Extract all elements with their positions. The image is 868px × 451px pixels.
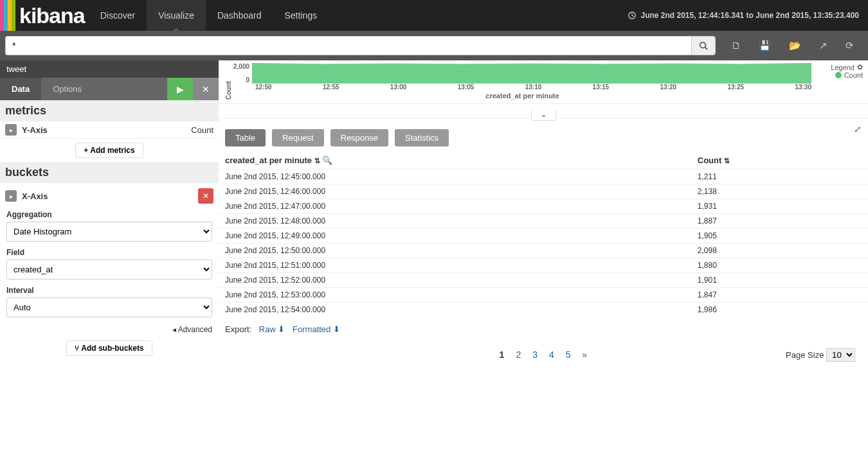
xaxis-label: X-Axis [22,191,198,201]
page-»[interactable]: » [583,349,588,360]
cell-count: 1,847 [691,288,868,303]
x-tick: 13:20 [660,84,677,91]
cell-count: 2,138 [691,184,868,199]
add-sub-buckets-button[interactable]: ⑂ Add sub-buckets [66,340,152,356]
share-icon[interactable]: ↗ [819,40,827,51]
cell-count: 1,905 [691,229,868,243]
table-row: June 2nd 2015, 12:54:00.0001,986 [219,303,868,317]
table-row: June 2nd 2015, 12:48:00.0001,887 [219,214,868,229]
time-range-picker[interactable]: June 2nd 2015, 12:44:16.341 to June 2nd … [619,0,868,31]
cell-time: June 2nd 2015, 12:49:00.000 [219,229,691,243]
x-tick: 13:15 [593,84,610,91]
export-formatted-link[interactable]: Formatted ⬇ [293,324,340,334]
query-group [5,36,716,55]
yaxis-label: Y-Axis [22,125,191,135]
interval-select[interactable]: Auto [6,297,212,317]
page-size: Page Size 10 [786,348,855,362]
result-tab-table[interactable]: Table [225,129,266,146]
col-count[interactable]: Count ⇅ [691,152,868,170]
page-3[interactable]: 3 [532,349,538,360]
table-row: June 2nd 2015, 12:45:00.0001,211 [219,170,868,184]
export-row: Export: Raw ⬇ Formatted ⬇ [219,317,868,342]
page-4[interactable]: 4 [549,349,554,360]
table-row: June 2nd 2015, 12:53:00.0001,847 [219,288,868,303]
save-icon[interactable]: 💾 [759,40,771,51]
page-5[interactable]: 5 [566,349,571,360]
clock-icon [628,11,637,20]
x-tick: 13:10 [525,84,542,91]
chart-legend: Legend ✿ Count [811,63,863,100]
discard-button[interactable]: ✕ [193,78,219,100]
x-tick: 13:00 [390,84,407,91]
chart-x-title: created_at per minute [233,91,811,100]
cell-count: 1,901 [691,273,868,288]
result-tab-request[interactable]: Request [272,129,323,146]
sort-icon: ⇅ [314,157,320,164]
open-icon[interactable]: 📂 [789,40,801,51]
advanced-toggle[interactable]: ◂ Advanced [0,323,219,337]
apply-button[interactable]: ▶ [167,78,193,100]
main: tweet DataOptions ▶ ✕ metrics ▸ Y-Axis C… [0,60,868,374]
index-title: tweet [0,60,219,78]
interval-label: Interval [0,285,219,296]
table-row: June 2nd 2015, 12:49:00.0001,905 [219,229,868,243]
field-select[interactable]: created_at [6,260,212,279]
table-row: June 2nd 2015, 12:46:00.0002,138 [219,184,868,199]
result-tab-statistics[interactable]: Statistics [395,129,449,146]
nav-settings[interactable]: Settings [273,0,329,31]
y-ticks: 2,0000 [233,63,252,84]
search-button[interactable] [691,36,716,55]
logo-stripes [0,0,15,31]
data-table: created_at per minute ⇅ 🔍 Count ⇅ June 2… [219,152,868,317]
result-tab-response[interactable]: Response [330,129,389,146]
yaxis-value: Count [191,125,213,135]
aggregation-select[interactable]: Date Histogram [6,222,212,242]
add-metrics-button[interactable]: + Add metrics [75,143,143,158]
mini-chart: Count 2,0000 12:5012:5513:0013:0513:1013… [219,60,868,101]
export-label: Export: [225,324,251,334]
cell-time: June 2nd 2015, 12:47:00.000 [219,199,691,214]
search-icon [699,41,708,50]
legend-item[interactable]: Count [811,71,863,79]
page-2[interactable]: 2 [516,349,521,360]
time-range-text: June 2nd 2015, 12:44:16.341 to June 2nd … [640,11,859,20]
col-created-at[interactable]: created_at per minute ⇅ 🔍 [219,152,691,170]
chart-y-label: Count [224,63,233,100]
nav-visualize[interactable]: Visualize [147,0,206,31]
export-raw-link[interactable]: Raw ⬇ [259,324,285,334]
page-1[interactable]: 1 [500,349,505,360]
cell-count: 1,887 [691,214,868,229]
table-row: June 2nd 2015, 12:52:00.0001,901 [219,273,868,288]
nav-dashboard[interactable]: Dashboard [206,0,273,31]
metrics-yaxis-row[interactable]: ▸ Y-Axis Count [0,121,219,139]
pagination-row: 12345» Page Size 10 [219,342,868,367]
nav-discover[interactable]: Discover [89,0,147,31]
expand-toggle[interactable]: ▸ [5,124,17,136]
new-icon[interactable]: 🗋 [731,40,741,51]
tab-options[interactable]: Options [41,78,93,100]
refresh-icon[interactable]: ⟳ [845,40,854,51]
page-size-label: Page Size [786,350,824,360]
field-label: Field [0,247,219,258]
config-sidebar: tweet DataOptions ▶ ✕ metrics ▸ Y-Axis C… [0,60,219,374]
cell-time: June 2nd 2015, 12:51:00.000 [219,258,691,273]
logo: kibana [0,0,89,31]
page-size-select[interactable]: 10 [826,348,855,362]
expand-icon[interactable]: ⤢ [854,124,862,134]
filter-icon[interactable]: 🔍 [322,155,332,165]
area-chart[interactable] [252,63,811,84]
table-row: June 2nd 2015, 12:47:00.0001,931 [219,199,868,214]
x-ticks: 12:5012:5513:0013:0513:1013:1513:2013:25… [233,84,811,91]
legend-toggle[interactable]: Legend ✿ [811,63,863,71]
top-navbar: kibana DiscoverVisualizeDashboardSetting… [0,0,868,31]
chart-collapse-row: ⌄ [219,103,868,119]
svg-point-1 [700,42,706,48]
remove-bucket-button[interactable]: ✕ [198,188,213,204]
expand-toggle[interactable]: ▸ [5,190,17,202]
cell-time: June 2nd 2015, 12:45:00.000 [219,170,691,184]
query-bar: 🗋 💾 📂 ↗ ⟳ [0,31,868,60]
x-tick: 13:25 [727,84,744,91]
cell-time: June 2nd 2015, 12:50:00.000 [219,243,691,258]
tab-data[interactable]: Data [0,78,41,100]
query-input[interactable] [5,36,691,55]
